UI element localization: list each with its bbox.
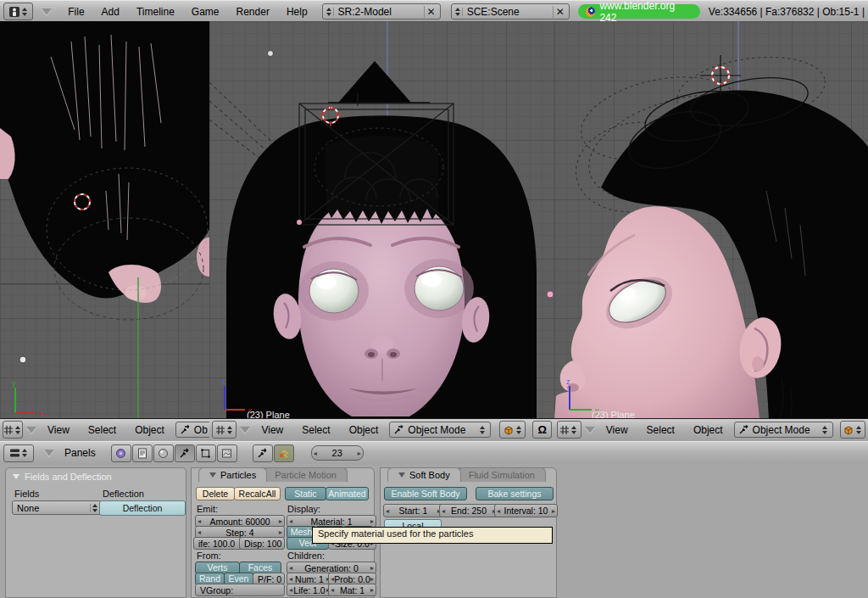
viewport-type-button[interactable] (3, 421, 23, 439)
mode-dropdown[interactable]: Object Mode (389, 422, 491, 438)
start-field[interactable]: Start: 1 (383, 504, 443, 517)
panel-collapse-icon[interactable] (398, 472, 405, 478)
viewport-front[interactable]: z x (23) Plane View Select Object Object… (209, 21, 555, 440)
select-menu[interactable]: Select (81, 424, 124, 436)
fields-panel-title: Fields and Deflection (25, 472, 112, 482)
menu-help[interactable]: Help (279, 6, 315, 18)
view-menu[interactable]: View (598, 424, 636, 436)
deflection-label: Deflection (103, 489, 144, 499)
object-subcontext-button[interactable] (253, 444, 273, 462)
header-collapse-icon[interactable] (585, 427, 595, 433)
window-type-button[interactable] (3, 444, 34, 462)
interval-field[interactable]: Interval: 10 (494, 504, 558, 517)
deflection-button[interactable]: Deflection (99, 500, 186, 516)
context-button-group (111, 444, 237, 462)
mode-dropdown[interactable]: Ob (175, 422, 210, 438)
rotation-pivot-icon: Ω (537, 423, 546, 436)
physics-subcontext-button[interactable] (274, 444, 294, 462)
object-menu[interactable]: Object (342, 424, 387, 436)
eye-left (309, 269, 359, 313)
menu-timeline[interactable]: Timeline (129, 6, 182, 18)
pink-handle-dot (547, 291, 554, 298)
scene-selector-stepper[interactable] (453, 8, 463, 16)
disp-field[interactable]: Disp: 100 (239, 537, 285, 550)
screen-close-icon[interactable]: ✕ (424, 6, 438, 18)
scene-selector[interactable]: SCE:Scene ✕ (451, 3, 570, 20)
select-menu[interactable]: Select (639, 424, 682, 436)
mat-field[interactable]: Mat: 1 (328, 584, 376, 596)
logic-icon (115, 448, 126, 459)
header-collapse-icon[interactable] (26, 427, 36, 433)
tab-particles[interactable]: Particles (198, 467, 267, 482)
fields-none-value: None (14, 503, 39, 513)
delete-button[interactable]: Delete (196, 487, 235, 500)
menu-render[interactable]: Render (229, 6, 277, 18)
menu-add[interactable]: Add (94, 6, 127, 18)
script-context-button[interactable] (132, 444, 153, 462)
scene-context-button[interactable] (217, 444, 237, 462)
scene-stats: Ve:334656 | Fa:376832 | Ob:15-1 | (709, 6, 865, 18)
draw-mode-button[interactable] (499, 421, 526, 439)
panel-collapse-icon[interactable] (13, 474, 19, 479)
viewport-type-button[interactable] (212, 421, 236, 439)
screen-selector[interactable]: SR:2-Model ✕ (322, 3, 441, 20)
viewport-side-canvas[interactable]: z y (23) Plane (554, 21, 868, 419)
object-context-button[interactable] (175, 444, 195, 462)
header-collapse-icon[interactable] (240, 427, 250, 433)
header-collapse-icon[interactable] (44, 450, 54, 456)
screen-selector-stepper[interactable] (325, 8, 334, 16)
mode-label-truncated: Ob (194, 424, 208, 436)
viewport-front-header: View Select Object Object Mode Ω (209, 418, 554, 440)
header-collapse-icon[interactable] (42, 8, 52, 15)
eye-right (415, 266, 464, 310)
mode-dropdown[interactable]: Object Mode (734, 422, 833, 438)
viewport-side[interactable]: z y (23) Plane View Select Object Object… (554, 21, 868, 440)
grid-icon (215, 425, 225, 435)
recalcall-button[interactable]: RecalcAll (234, 487, 281, 500)
softbody-tabs: Soft Body Fluid Simulation (387, 467, 554, 482)
app-icon-stepper[interactable] (20, 8, 29, 16)
static-button[interactable]: Static (285, 487, 326, 500)
fields-none-dropdown[interactable]: None (12, 500, 102, 515)
viewport-top-canvas[interactable]: y x (23) Plane (0, 21, 209, 419)
editing-context-button[interactable] (196, 444, 216, 462)
logic-context-button[interactable] (111, 444, 131, 462)
enable-softbody-button[interactable]: Enable Soft Body (384, 487, 467, 500)
viewport-type-button[interactable] (557, 421, 581, 439)
view-menu[interactable]: View (253, 424, 291, 436)
menu-file[interactable]: File (60, 6, 92, 18)
frame-number: 23 (317, 448, 358, 458)
empty-dot (268, 51, 274, 57)
end-field[interactable]: End: 250 (439, 504, 498, 517)
pivot-button[interactable]: Ω (532, 421, 552, 439)
panel-collapse-icon[interactable] (209, 472, 216, 478)
screen-selector-value[interactable]: SR:2-Model (337, 6, 421, 18)
tab-fluid-simulation[interactable]: Fluid Simulation (458, 467, 546, 482)
draw-mode-button[interactable] (840, 421, 865, 439)
select-menu[interactable]: Select (294, 424, 337, 436)
object-arrows-icon (179, 448, 190, 459)
life-field[interactable]: ife: 100.0 (193, 537, 243, 550)
scene-selector-value[interactable]: SCE:Scene (465, 6, 550, 18)
menu-game[interactable]: Game (184, 6, 227, 18)
object-menu[interactable]: Object (127, 424, 172, 436)
viewport-top[interactable]: y x (23) Plane View Select Object Ob (0, 21, 210, 440)
fields-panel-header[interactable]: Fields and Deflection (6, 468, 186, 482)
shading-context-button[interactable] (153, 444, 174, 462)
vgroup-field[interactable]: VGroup: (195, 584, 285, 596)
view-menu[interactable]: View (40, 424, 77, 436)
tab-particle-motion[interactable]: Particle Motion (264, 467, 348, 482)
current-frame-field[interactable]: 23 (311, 445, 364, 461)
tab-soft-body[interactable]: Soft Body (387, 467, 461, 482)
pink-corner-dot (297, 220, 302, 225)
app-icon-button[interactable] (3, 3, 33, 20)
life2-field[interactable]: Life: 1.0 (287, 584, 332, 596)
bake-settings-button[interactable]: Bake settings (476, 487, 554, 500)
object-menu[interactable]: Object (686, 424, 731, 436)
viewport-front-canvas[interactable]: z x (23) Plane (209, 21, 554, 419)
empty-dot (19, 356, 26, 363)
editing-square-icon (200, 448, 211, 459)
animated-button[interactable]: Animated (326, 487, 369, 500)
scene-close-icon[interactable]: ✕ (553, 6, 567, 18)
subcontext-button-group (253, 444, 294, 462)
